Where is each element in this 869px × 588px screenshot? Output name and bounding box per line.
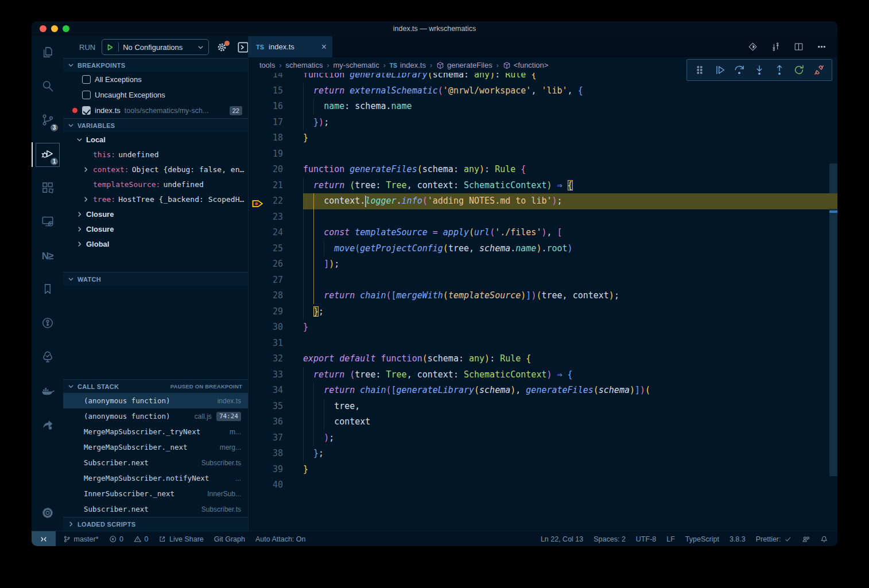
line-gutter[interactable]: 18 [249,130,303,146]
compare-changes-icon[interactable] [770,41,781,52]
code-line[interactable]: 29 }; [249,304,837,320]
code-text[interactable]: const templateSource = apply(url('./file… [303,225,829,241]
variables-section-header[interactable]: VARIABLES [63,118,248,132]
code-text[interactable]: context.logger.info('adding NOTES.md to … [303,193,829,209]
variable-scope-closure[interactable]: Closure [63,221,248,236]
disconnect-icon[interactable] [813,64,825,76]
call-stack-frame[interactable]: MergeMapSubscriber.notifyNext... [63,470,248,486]
status-item-master-[interactable]: master* [58,535,104,543]
status-item-feedback-icon[interactable] [797,535,815,543]
call-stack-section-header[interactable]: CALL STACK PAUSED ON BREAKPOINT [63,379,248,393]
line-gutter[interactable]: 22 [249,193,303,209]
code-line[interactable]: 31 [249,336,837,352]
code-text[interactable]: function generateFiles(schema: any): Rul… [303,162,829,178]
code-text[interactable]: ); [303,430,829,446]
code-text[interactable]: return (tree: Tree, context: SchematicCo… [303,367,829,383]
code-line[interactable]: 25 move(getProjectConfig(tree, schema.na… [249,241,837,257]
activity-bar-item-nx-console[interactable]: N≥ [32,239,63,273]
continue-icon[interactable] [713,64,726,76]
watch-section-header[interactable]: WATCH [63,272,248,286]
line-gutter[interactable]: 21 [249,178,303,194]
activity-bar-item-remote-explorer[interactable] [32,205,63,239]
code-line[interactable]: 28 return chain([mergeWith(templateSourc… [249,288,837,304]
line-gutter[interactable]: 14 [249,73,303,83]
status-item-live-share[interactable]: Live Share [153,535,208,543]
code-line[interactable]: 37 ); [249,430,837,446]
code-line[interactable]: 22 context.logger.info('adding NOTES.md … [249,193,837,209]
code-text[interactable] [303,477,829,493]
line-gutter[interactable]: 26 [249,256,303,272]
call-stack-frame[interactable]: MergeMapSubscriber._tryNextm... [63,424,248,439]
variable-scope-global[interactable]: Global [63,236,248,251]
line-gutter[interactable]: 30 [249,320,303,336]
call-stack-frame[interactable]: Subscriber.nextSubscriber.ts [63,455,248,470]
code-line[interactable]: 17 }); [249,115,837,131]
code-text[interactable] [303,146,829,162]
code-line[interactable]: 24 const templateSource = apply(url('./f… [249,225,837,241]
code-text[interactable] [303,336,829,352]
launch-config-dropdown[interactable]: No Configurations [102,39,209,55]
activity-bar-item-explorer[interactable] [32,36,63,70]
activity-bar-item-gitlens[interactable] [32,307,63,341]
code-text[interactable]: } [303,462,829,478]
breadcrumb-item[interactable]: tools [259,61,275,69]
code-line[interactable]: 21 return (tree: Tree, context: Schemati… [249,178,837,194]
code-line[interactable]: 15 return externalSchematic('@nrwl/works… [249,83,837,99]
line-gutter[interactable]: 31 [249,336,303,352]
variable-row[interactable]: context: Object {debug: false, en… [63,162,248,177]
code-line[interactable]: 38 }; [249,446,837,462]
variable-scope-local[interactable]: Local [63,132,248,147]
status-item-spaces-2[interactable]: Spaces: 2 [588,535,631,543]
code-line[interactable]: 19 [249,146,837,162]
line-gutter[interactable]: 28 [249,288,303,304]
breakpoint-checkbox[interactable] [82,75,91,84]
status-item-bell-icon[interactable] [815,535,833,543]
breadcrumb-item[interactable]: my-schematic [333,61,379,69]
line-gutter[interactable]: 40 [249,477,303,493]
breadcrumb-item[interactable]: generateFiles [436,61,492,69]
open-changes-icon[interactable] [747,41,758,52]
code-text[interactable] [303,209,829,225]
code-text[interactable]: return chain([mergeWith(templateSource)]… [303,288,829,304]
call-stack-frame[interactable]: InnerSubscriber._nextInnerSub... [63,486,248,501]
debug-console-button[interactable] [237,41,249,53]
activity-bar-item-project-share[interactable] [32,408,63,442]
code-line[interactable]: 23 [249,209,837,225]
start-debug-icon[interactable] [106,43,114,52]
split-editor-icon[interactable] [793,41,804,52]
activity-bar-item-test-explorer[interactable] [32,341,63,375]
activity-bar-item-search[interactable] [32,70,63,104]
code-line[interactable]: 33 return (tree: Tree, context: Schemati… [249,367,837,383]
status-item-3-8-3[interactable]: 3.8.3 [724,535,751,543]
breakpoints-section-header[interactable]: BREAKPOINTS [63,58,248,72]
status-item-utf-8[interactable]: UTF-8 [631,535,661,543]
activity-bar-item-run-debug[interactable]: 1 [32,138,63,172]
code-text[interactable]: } [303,130,829,146]
variable-row[interactable]: tree: HostTree {_backend: ScopedH… [63,192,248,207]
activity-bar-item-bookmarks[interactable] [32,273,63,307]
line-gutter[interactable]: 16 [249,99,303,115]
code-text[interactable]: }); [303,115,829,131]
activity-bar-item-source-control[interactable]: 3 [32,104,63,138]
code-text[interactable]: return (tree: Tree, context: SchematicCo… [303,178,829,194]
code-viewport[interactable]: 14function generateLibrary(schema: any):… [249,73,837,531]
remote-indicator[interactable] [32,531,56,546]
status-item-0[interactable]: 0 [104,535,129,543]
code-text[interactable]: tree, [303,399,829,415]
step-into-icon[interactable] [753,64,766,76]
line-gutter[interactable]: 38 [249,446,303,462]
loaded-scripts-section-header[interactable]: LOADED SCRIPTS [63,517,248,531]
line-gutter[interactable]: 36 [249,414,303,430]
line-gutter[interactable]: 33 [249,367,303,383]
minimize-window-icon[interactable] [51,25,58,32]
breakpoint-row[interactable]: All Exceptions [63,72,248,87]
close-window-icon[interactable] [40,25,46,32]
code-text[interactable]: }; [303,304,829,320]
line-gutter[interactable]: 39 [249,462,303,478]
code-text[interactable]: export default function(schema: any): Ru… [303,351,829,367]
maximize-window-icon[interactable] [63,25,69,32]
status-item-0[interactable]: 0 [129,535,153,543]
tab-index-ts[interactable]: TS index.ts × [249,36,332,57]
line-gutter[interactable]: 17 [249,115,303,131]
code-text[interactable]: } [303,320,829,336]
